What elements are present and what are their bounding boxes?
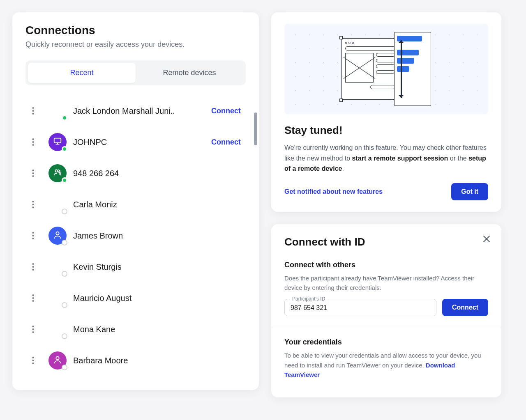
more-icon[interactable] [27, 105, 39, 117]
connections-panel: Connections Quickly reconnect or easily … [12, 12, 259, 390]
list-item[interactable]: 948 266 264 [25, 158, 242, 189]
more-icon[interactable] [27, 136, 39, 148]
status-indicator [62, 115, 67, 121]
list-item[interactable]: Barbara Moore [25, 345, 242, 376]
status-indicator [62, 271, 67, 277]
feature-illustration [284, 24, 488, 114]
connect-with-id-panel: Connect with ID Connect with others Does… [271, 224, 501, 397]
tab-recent[interactable]: Recent [28, 63, 136, 83]
more-icon[interactable] [27, 324, 39, 335]
svg-point-27 [32, 357, 34, 358]
connection-name: James Brown [73, 231, 241, 241]
connection-name: 948 266 264 [73, 169, 241, 178]
tab-remote-devices[interactable]: Remote devices [136, 63, 243, 83]
connection-name: Barbara Moore [73, 356, 241, 365]
list-item[interactable]: Kevin Sturgis [25, 251, 242, 282]
your-credentials-heading: Your credentials [284, 338, 488, 347]
status-indicator [62, 302, 67, 308]
svg-point-18 [32, 263, 34, 265]
more-icon[interactable] [27, 199, 39, 210]
svg-point-19 [32, 266, 34, 268]
connection-name: Jack London Marshall Juni.. [73, 106, 205, 116]
svg-point-17 [56, 232, 59, 235]
user-swap-icon [53, 168, 62, 179]
avatar [48, 133, 67, 151]
list-item[interactable]: Jack London Marshall Juni..Connect [25, 95, 242, 126]
your-credentials-body: To be able to view your credentials and … [284, 351, 488, 379]
svg-point-1 [32, 110, 34, 112]
get-notified-link[interactable]: Get notified about new features [284, 188, 383, 195]
svg-point-30 [56, 357, 59, 360]
svg-point-23 [32, 300, 34, 302]
svg-point-8 [32, 172, 34, 174]
connect-button[interactable]: Connect [442, 299, 488, 316]
user-icon [53, 355, 62, 366]
connect-id-title: Connect with ID [284, 236, 488, 248]
monitor-icon [53, 137, 62, 147]
status-indicator [62, 146, 67, 152]
svg-point-10 [55, 170, 58, 172]
avatar [48, 195, 67, 213]
svg-point-3 [32, 138, 34, 140]
connect-others-heading: Connect with others [284, 261, 488, 269]
svg-point-15 [32, 235, 34, 236]
status-indicator [62, 365, 67, 370]
more-icon[interactable] [27, 355, 39, 366]
stay-tuned-body: We're currently working on this feature.… [284, 142, 488, 174]
stay-tuned-panel: Stay tuned! We're currently working on t… [271, 12, 501, 212]
list-item[interactable]: James Brown [25, 220, 242, 251]
svg-point-16 [32, 238, 34, 239]
connect-link[interactable]: Connect [211, 107, 241, 115]
svg-point-0 [32, 107, 34, 109]
got-it-button[interactable]: Got it [451, 183, 488, 200]
svg-point-25 [32, 328, 34, 330]
connection-list: Jack London Marshall Juni..ConnectJOHNPC… [25, 95, 246, 376]
user-icon [53, 230, 62, 241]
connection-name: Kevin Sturgis [73, 262, 241, 272]
more-icon[interactable] [27, 261, 39, 273]
svg-point-5 [32, 144, 34, 146]
svg-point-29 [32, 363, 34, 364]
participant-id-field[interactable]: Participant's ID [284, 299, 436, 316]
participant-id-input[interactable] [291, 303, 430, 312]
status-indicator [62, 209, 67, 214]
connection-name: Mona Kane [73, 325, 241, 334]
divider [271, 327, 501, 327]
svg-point-14 [32, 232, 34, 234]
status-indicator [62, 333, 67, 339]
svg-point-24 [32, 326, 34, 327]
avatar [48, 164, 67, 182]
close-icon[interactable] [481, 233, 492, 245]
list-item[interactable]: Carla Moniz [25, 189, 242, 220]
participant-id-label: Participant's ID [290, 296, 328, 302]
connection-name: Carla Moniz [73, 200, 241, 209]
connect-others-body: Does the participant already have TeamVi… [284, 273, 488, 293]
status-indicator [62, 240, 67, 246]
more-icon[interactable] [27, 292, 39, 304]
svg-point-20 [32, 269, 34, 271]
list-item[interactable]: Mona Kane [25, 314, 242, 345]
svg-point-21 [32, 294, 34, 296]
scrollbar-thumb[interactable] [254, 112, 257, 145]
connect-link[interactable]: Connect [211, 138, 241, 147]
svg-point-26 [32, 331, 34, 333]
list-item[interactable]: JOHNPCConnect [25, 126, 242, 158]
avatar [48, 320, 67, 338]
svg-point-22 [32, 297, 34, 299]
avatar [48, 227, 67, 245]
status-indicator [62, 177, 67, 183]
more-icon[interactable] [27, 168, 39, 179]
svg-point-9 [32, 175, 34, 177]
tabs: Recent Remote devices [25, 60, 246, 85]
avatar [48, 289, 67, 307]
panel-title: Connections [25, 24, 246, 37]
list-item[interactable]: Mauricio August [25, 282, 242, 314]
avatar [48, 258, 67, 276]
avatar [48, 102, 67, 120]
panel-subtitle: Quickly reconnect or easily access your … [25, 40, 246, 49]
svg-point-7 [32, 170, 34, 171]
more-icon[interactable] [27, 230, 39, 241]
svg-point-13 [32, 207, 34, 208]
stay-tuned-title: Stay tuned! [284, 124, 488, 137]
svg-point-11 [32, 201, 34, 202]
